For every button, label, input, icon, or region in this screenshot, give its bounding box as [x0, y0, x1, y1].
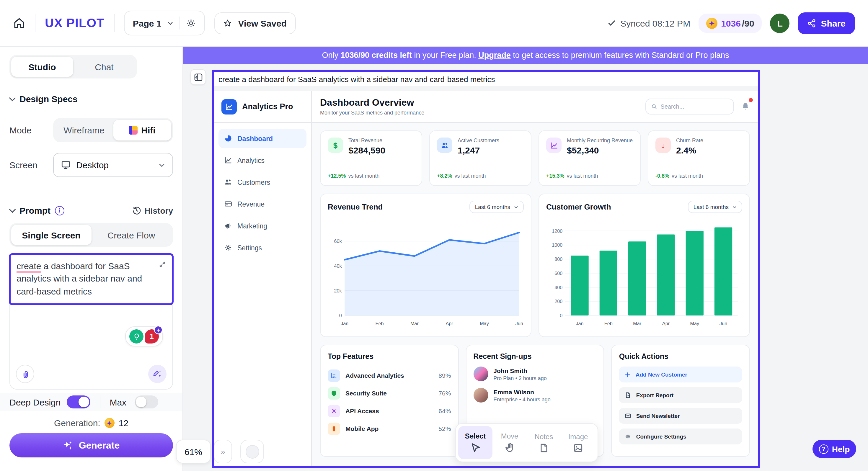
shape-tool-button[interactable]: [240, 440, 264, 463]
metric-card-churn-rate[interactable]: ↓ Churn Rate 2.4% -0.8%vs last month: [648, 130, 750, 186]
chevron-down-icon: [514, 205, 519, 209]
design-page-title: Dashboard Overview: [320, 97, 424, 108]
tool-notes[interactable]: Notes: [527, 426, 561, 459]
design-nav-dashboard[interactable]: Dashboard: [218, 129, 306, 148]
svg-text:1200: 1200: [552, 228, 562, 234]
mode-segmented-control: Wireframe Hifi: [53, 118, 173, 142]
check-icon: [607, 19, 616, 27]
page-settings-gear-icon[interactable]: [186, 18, 196, 28]
chevron-down-icon: [158, 161, 165, 168]
megaphone-icon: [224, 222, 232, 229]
info-icon[interactable]: i: [55, 206, 64, 215]
action-label: Configure Settings: [636, 433, 686, 440]
tool-label: Select: [465, 432, 486, 440]
nav-label: Marketing: [237, 222, 267, 229]
zoom-level-indicator[interactable]: 61%: [176, 440, 211, 463]
action-configure-settings[interactable]: Configure Settings: [619, 429, 742, 444]
range-select[interactable]: Last 6 months: [470, 201, 524, 213]
notification-dot: [749, 98, 753, 102]
tab-chat[interactable]: Chat: [73, 57, 135, 77]
delta-note: vs last month: [455, 173, 486, 179]
feature-row: Security Suite 76%: [328, 384, 451, 402]
max-toggle[interactable]: [135, 396, 158, 408]
divider: [35, 14, 35, 32]
range-select[interactable]: Last 6 months: [688, 201, 742, 213]
metric-delta: +15.3%vs last month: [546, 173, 633, 179]
tool-select[interactable]: Select: [458, 426, 492, 459]
attach-button[interactable]: [16, 365, 34, 383]
feature-name: Security Suite: [345, 389, 387, 397]
mode-option-wireframe[interactable]: Wireframe: [55, 120, 113, 140]
upgrade-link[interactable]: Upgrade: [478, 51, 511, 60]
design-canvas[interactable]: Only 1036/90 credits left in your Free p…: [183, 46, 868, 471]
action-export-report[interactable]: Export Report: [619, 387, 742, 403]
design-nav-customers[interactable]: Customers: [218, 172, 306, 192]
design-search[interactable]: [645, 99, 734, 115]
help-button[interactable]: ? Help: [812, 440, 856, 458]
collapse-panel-button[interactable]: [190, 69, 206, 85]
prompt-container: create a dashboard for SaaS analytics wi…: [9, 254, 173, 389]
tab-single-screen[interactable]: Single Screen: [11, 225, 91, 245]
tab-create-flow[interactable]: Create Flow: [91, 225, 171, 245]
avatar: [473, 367, 488, 381]
svg-text:0: 0: [560, 313, 562, 319]
prompt-input[interactable]: create a dashboard for SaaS analytics wi…: [9, 253, 174, 305]
prompt-word-underlined: create: [17, 261, 41, 273]
tool-image[interactable]: Image: [561, 426, 595, 459]
feature-pct: 52%: [438, 425, 451, 432]
metric-card-active-customers[interactable]: Active Customers 1,247 +8.2%vs last mont…: [429, 130, 531, 186]
search-icon: [651, 103, 657, 110]
action-label: Send Newsletter: [636, 413, 680, 419]
share-button[interactable]: Share: [798, 12, 855, 34]
design-nav-revenue[interactable]: Revenue: [218, 194, 306, 214]
design-specs-label: Design Specs: [20, 94, 78, 104]
metric-card-mrr[interactable]: Monthly Recurring Revenue $52,340 +15.3%…: [538, 130, 641, 186]
delta-value: +8.2%: [437, 173, 452, 179]
deep-design-toggle[interactable]: [66, 396, 90, 408]
action-add-new-customer[interactable]: Add New Customer: [619, 367, 742, 382]
screen-select[interactable]: Desktop: [53, 153, 173, 177]
design-nav-marketing[interactable]: Marketing: [218, 216, 306, 236]
mode-option-hifi[interactable]: Hifi: [113, 120, 171, 140]
design-specs-header[interactable]: Design Specs: [9, 94, 173, 104]
svg-text:20k: 20k: [334, 288, 342, 294]
view-saved-button[interactable]: View Saved: [214, 12, 296, 34]
home-icon[interactable]: [13, 17, 25, 29]
circle-shape-icon: [245, 445, 259, 458]
svg-text:Mar: Mar: [633, 320, 641, 326]
expand-controls-button[interactable]: »: [214, 440, 232, 463]
svg-text:Jun: Jun: [516, 320, 523, 326]
notification-bell[interactable]: [741, 102, 750, 111]
metric-value: 2.4%: [676, 145, 703, 155]
design-nav-analytics[interactable]: Analytics: [218, 151, 306, 170]
generation-credits-line: Generation: 12: [9, 418, 173, 428]
star-icon: [223, 19, 232, 27]
chart-title: Customer Growth: [546, 202, 611, 211]
help-label: Help: [832, 444, 850, 453]
brand-name: Analytics Pro: [242, 102, 293, 111]
metric-delta: -0.8%vs last month: [655, 173, 742, 179]
user-avatar[interactable]: L: [770, 13, 790, 33]
credits-pill[interactable]: 1036/90: [699, 13, 762, 33]
design-sidebar: Analytics Pro Dashboard Analytics: [214, 91, 312, 466]
action-send-newsletter[interactable]: Send Newsletter: [619, 408, 742, 424]
enhance-prompt-button[interactable]: [148, 365, 166, 383]
design-nav-settings[interactable]: Settings: [218, 238, 306, 257]
app-logo: UX PILOT: [45, 16, 104, 30]
prompt-label: Prompt: [20, 206, 51, 215]
app-window: UX PILOT Page 1 View Saved Synced 08:12 …: [0, 0, 868, 471]
tool-move[interactable]: Move: [492, 426, 527, 459]
suggestion-bubble[interactable]: 1 +: [125, 326, 163, 346]
history-button[interactable]: History: [132, 206, 173, 215]
tab-studio[interactable]: Studio: [11, 57, 73, 77]
design-frame[interactable]: create a dashboard for SaaS analytics wi…: [212, 70, 760, 468]
metric-card-total-revenue[interactable]: $ Total Revenue $284,590 +12.5%vs last m…: [320, 130, 422, 186]
generate-button[interactable]: Generate: [9, 433, 173, 458]
page-selector[interactable]: Page 1: [124, 11, 205, 35]
design-search-input[interactable]: [660, 103, 728, 110]
collapse-panel-icon: [193, 72, 203, 82]
signup-row: John Smith Pro Plan • 2 hours ago: [473, 367, 596, 381]
range-label: Last 6 months: [693, 203, 728, 210]
expand-icon[interactable]: [158, 260, 166, 269]
hand-icon: [504, 442, 515, 453]
